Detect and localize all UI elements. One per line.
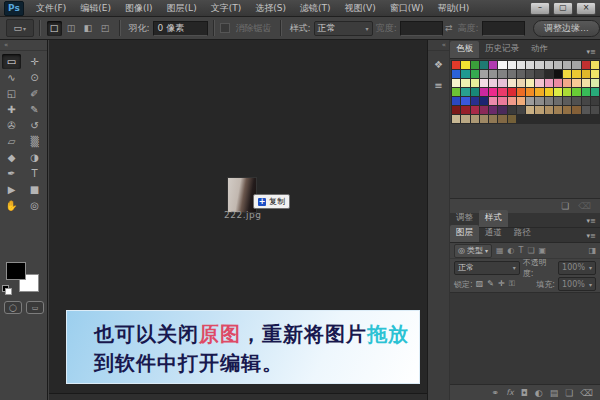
color-swatch[interactable] — [572, 97, 580, 105]
color-swatch[interactable] — [480, 97, 488, 105]
color-swatch[interactable] — [461, 79, 469, 87]
color-swatch[interactable] — [517, 61, 525, 69]
color-swatch[interactable] — [480, 61, 488, 69]
filter-shape-icon[interactable]: ❏ — [527, 246, 534, 255]
tab-layers[interactable]: 图层 — [450, 225, 479, 242]
color-swatch[interactable] — [526, 61, 534, 69]
menu-item-edit[interactable]: 编辑(E) — [73, 0, 118, 16]
color-swatch[interactable] — [535, 106, 543, 114]
fill-input[interactable]: 100% ▾ — [558, 277, 596, 291]
default-colors-icon[interactable] — [2, 285, 11, 293]
color-swatch[interactable] — [517, 88, 525, 96]
dragged-image-thumbnail[interactable] — [228, 178, 256, 212]
feather-input[interactable]: 0 像素 — [153, 21, 208, 36]
color-swatch[interactable] — [554, 88, 562, 96]
color-swatch[interactable] — [480, 88, 488, 96]
color-swatch[interactable] — [498, 79, 506, 87]
tab-actions[interactable]: 动作 — [525, 41, 554, 58]
panel-menu-icon[interactable]: ▾≡ — [583, 232, 600, 242]
color-swatch[interactable] — [489, 79, 497, 87]
move-tool[interactable]: ✛ — [25, 54, 44, 69]
crop-tool[interactable]: ◱ — [2, 86, 21, 101]
color-swatch[interactable] — [554, 61, 562, 69]
menu-item-layer[interactable]: 图层(L) — [160, 0, 204, 16]
color-swatch[interactable] — [582, 88, 590, 96]
color-swatch[interactable] — [582, 79, 590, 87]
color-swatch[interactable] — [452, 106, 460, 114]
menu-item-view[interactable]: 视图(V) — [337, 0, 382, 16]
filter-type-icon[interactable]: T — [519, 246, 524, 255]
rectangular-marquee-tool[interactable]: ▭ — [2, 54, 21, 69]
tab-paths[interactable]: 路径 — [508, 225, 537, 242]
link-layers-icon[interactable]: ⚭ — [492, 388, 500, 398]
color-swatch[interactable] — [508, 61, 516, 69]
color-swatch[interactable] — [545, 88, 553, 96]
color-swatch[interactable] — [461, 115, 469, 123]
color-swatch[interactable] — [489, 97, 497, 105]
color-swatch[interactable] — [554, 106, 562, 114]
color-swatch[interactable] — [591, 70, 599, 78]
color-swatch[interactable] — [554, 97, 562, 105]
subtract-from-selection-button[interactable]: ◧ — [81, 21, 96, 36]
refine-edge-button[interactable]: 调整边缘… — [533, 20, 600, 37]
antialias-checkbox[interactable] — [220, 23, 230, 33]
color-swatch[interactable] — [508, 70, 516, 78]
color-swatch[interactable] — [452, 97, 460, 105]
color-swatch[interactable] — [471, 97, 479, 105]
color-swatch[interactable] — [563, 79, 571, 87]
menu-item-help[interactable]: 帮助(H) — [431, 0, 477, 16]
menu-item-filter[interactable]: 滤镜(T) — [293, 0, 338, 16]
color-swatch[interactable] — [591, 88, 599, 96]
color-swatch[interactable] — [554, 79, 562, 87]
color-swatch[interactable] — [517, 70, 525, 78]
color-swatch[interactable] — [517, 79, 525, 87]
menu-item-file[interactable]: 文件(F) — [29, 0, 73, 16]
blend-mode-select[interactable]: 正常 ▾ — [454, 261, 520, 275]
blur-tool[interactable]: ◆ — [2, 150, 21, 165]
color-swatch[interactable] — [526, 97, 534, 105]
minimize-button[interactable]: – — [530, 2, 550, 15]
color-swatch[interactable] — [461, 61, 469, 69]
tab-channels[interactable]: 通道 — [479, 225, 508, 242]
history-brush-tool[interactable]: ↺ — [25, 118, 44, 133]
close-button[interactable]: × — [576, 2, 596, 15]
color-swatch[interactable] — [508, 97, 516, 105]
color-swatch[interactable] — [526, 79, 534, 87]
color-swatch[interactable] — [572, 88, 580, 96]
gradient-tool[interactable]: ▒ — [25, 134, 44, 149]
lock-paint-icon[interactable]: ✎ — [487, 279, 494, 289]
healing-brush-tool[interactable]: ✚ — [2, 102, 21, 117]
shape-tool[interactable]: ■ — [25, 182, 44, 197]
color-swatch[interactable] — [498, 70, 506, 78]
clone-stamp-tool[interactable]: ✇ — [2, 118, 21, 133]
width-input[interactable] — [400, 21, 443, 36]
menu-item-type[interactable]: 文字(T) — [204, 0, 249, 16]
color-swatch[interactable] — [545, 61, 553, 69]
color-swatch[interactable] — [471, 70, 479, 78]
color-swatch[interactable] — [526, 106, 534, 114]
quick-mask-button[interactable]: ◯ — [4, 301, 22, 314]
color-swatch[interactable] — [591, 106, 599, 114]
color-swatch[interactable] — [461, 97, 469, 105]
layers-list[interactable] — [450, 292, 600, 384]
color-swatch[interactable] — [582, 70, 590, 78]
eyedropper-tool[interactable]: ✐ — [25, 86, 44, 101]
filter-adjustment-icon[interactable]: ◐ — [508, 246, 515, 255]
eraser-tool[interactable]: ▱ — [2, 134, 21, 149]
filter-pixel-icon[interactable]: ▦ — [496, 246, 504, 255]
delete-layer-icon[interactable]: ⌫ — [580, 388, 593, 398]
color-swatch[interactable] — [452, 115, 460, 123]
color-swatch[interactable] — [517, 97, 525, 105]
color-swatch[interactable] — [480, 70, 488, 78]
color-swatch[interactable] — [591, 79, 599, 87]
brush-presets-icon[interactable]: ≡ — [431, 78, 447, 93]
color-swatch[interactable] — [554, 70, 562, 78]
adjustment-layer-icon[interactable]: ◐ — [535, 388, 543, 398]
color-swatch[interactable] — [508, 106, 516, 114]
menu-item-select[interactable]: 选择(S) — [248, 0, 293, 16]
color-swatch[interactable] — [480, 79, 488, 87]
hand-tool[interactable]: ✋ — [2, 198, 21, 213]
color-swatch[interactable] — [582, 61, 590, 69]
color-swatch[interactable] — [489, 61, 497, 69]
pen-tool[interactable]: ✒ — [2, 166, 21, 181]
